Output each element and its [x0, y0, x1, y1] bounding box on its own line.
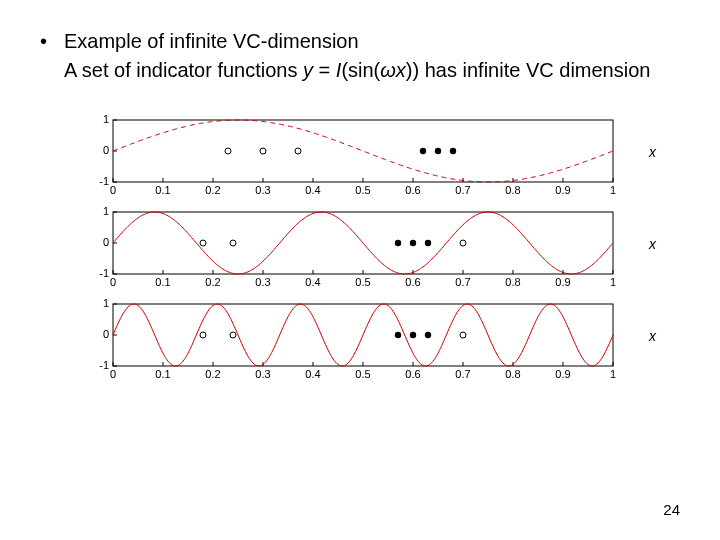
- plot-area: [113, 212, 613, 274]
- page-number: 24: [663, 501, 680, 518]
- x-tick-label: 0.2: [205, 276, 220, 288]
- bullet-title: Example of infinite VC-dimension: [64, 28, 690, 55]
- x-axis-label: x: [649, 144, 669, 160]
- y-tick-label: 0: [85, 237, 109, 248]
- point-open: [260, 148, 266, 154]
- x-tick-label: 0.4: [305, 368, 320, 380]
- point-filled: [425, 240, 431, 246]
- plot-area: [113, 304, 613, 366]
- x-tick-label: 0.1: [155, 184, 170, 196]
- point-open: [295, 148, 301, 154]
- x-tick-label: 0.3: [255, 184, 270, 196]
- chart-panel: 10-100.10.20.30.40.50.60.70.80.91x: [85, 120, 645, 202]
- x-tick-label: 0.6: [405, 184, 420, 196]
- bullet-body-text: A set of indicator functions y = I(sin(ω…: [40, 57, 690, 84]
- x-tick-label: 1: [610, 184, 616, 196]
- x-tick-label: 0.5: [355, 368, 370, 380]
- fn-open: (sin(: [341, 59, 380, 81]
- x-tick-label: 0.9: [555, 368, 570, 380]
- x-axis-label: x: [649, 236, 669, 252]
- x-tick-label: 0.1: [155, 276, 170, 288]
- point-filled: [450, 148, 456, 154]
- point-filled: [395, 332, 401, 338]
- point-filled: [395, 240, 401, 246]
- y-tick-label: -1: [85, 360, 109, 371]
- x-tick-label: 0.2: [205, 368, 220, 380]
- chart-panel: 10-100.10.20.30.40.50.60.70.80.91x: [85, 304, 645, 386]
- x-tick-label: 0.2: [205, 184, 220, 196]
- x-tick-label: 0.5: [355, 276, 370, 288]
- sine-curve: [113, 120, 613, 182]
- x-tick-label: 0: [110, 276, 116, 288]
- point-filled: [435, 148, 441, 154]
- x-tick-label: 1: [610, 368, 616, 380]
- point-filled: [425, 332, 431, 338]
- bullet-item: • Example of infinite VC-dimension: [40, 28, 690, 55]
- x-tick-label: 0: [110, 184, 116, 196]
- y-tick-label: -1: [85, 268, 109, 279]
- eq-mid: =: [313, 59, 336, 81]
- bullet-marker: •: [40, 28, 64, 55]
- x-tick-label: 0.9: [555, 276, 570, 288]
- x-tick-label: 0: [110, 368, 116, 380]
- x-tick-label: 0.7: [455, 276, 470, 288]
- x-tick-label: 0.3: [255, 368, 270, 380]
- sine-curve: [113, 304, 613, 366]
- x-tick-label: 0.1: [155, 368, 170, 380]
- x-tick-label: 0.9: [555, 184, 570, 196]
- fn-close: )): [406, 59, 419, 81]
- x-tick-label: 1: [610, 276, 616, 288]
- point-open: [460, 240, 466, 246]
- y-tick-label: 0: [85, 145, 109, 156]
- chart-stack: 10-100.10.20.30.40.50.60.70.80.91x10-100…: [85, 120, 645, 386]
- x-tick-label: 0.3: [255, 276, 270, 288]
- x-axis-label: x: [649, 328, 669, 344]
- x-tick-label: 0.8: [505, 276, 520, 288]
- var-y: y: [303, 59, 313, 81]
- point-filled: [420, 148, 426, 154]
- point-open: [460, 332, 466, 338]
- point-open: [200, 332, 206, 338]
- chart-panel: 10-100.10.20.30.40.50.60.70.80.91x: [85, 212, 645, 294]
- point-open: [230, 332, 236, 338]
- point-open: [200, 240, 206, 246]
- y-tick-label: 0: [85, 329, 109, 340]
- text-prefix: A set of indicator functions: [64, 59, 303, 81]
- x-tick-label: 0.6: [405, 276, 420, 288]
- text-suffix: has infinite VC dimension: [419, 59, 650, 81]
- y-tick-label: 1: [85, 206, 109, 217]
- x-tick-label: 0.4: [305, 276, 320, 288]
- point-open: [230, 240, 236, 246]
- x-tick-label: 0.5: [355, 184, 370, 196]
- var-omega: ω: [380, 59, 396, 81]
- y-tick-label: -1: [85, 176, 109, 187]
- x-tick-label: 0.4: [305, 184, 320, 196]
- x-tick-label: 0.7: [455, 368, 470, 380]
- plot-area: [113, 120, 613, 182]
- x-tick-label: 0.8: [505, 184, 520, 196]
- x-tick-label: 0.8: [505, 368, 520, 380]
- x-tick-label: 0.6: [405, 368, 420, 380]
- point-filled: [410, 240, 416, 246]
- y-tick-label: 1: [85, 114, 109, 125]
- plot-frame: [113, 120, 613, 182]
- sine-curve: [113, 212, 613, 274]
- point-open: [225, 148, 231, 154]
- point-filled: [410, 332, 416, 338]
- y-tick-label: 1: [85, 298, 109, 309]
- var-x: x: [396, 59, 406, 81]
- x-tick-label: 0.7: [455, 184, 470, 196]
